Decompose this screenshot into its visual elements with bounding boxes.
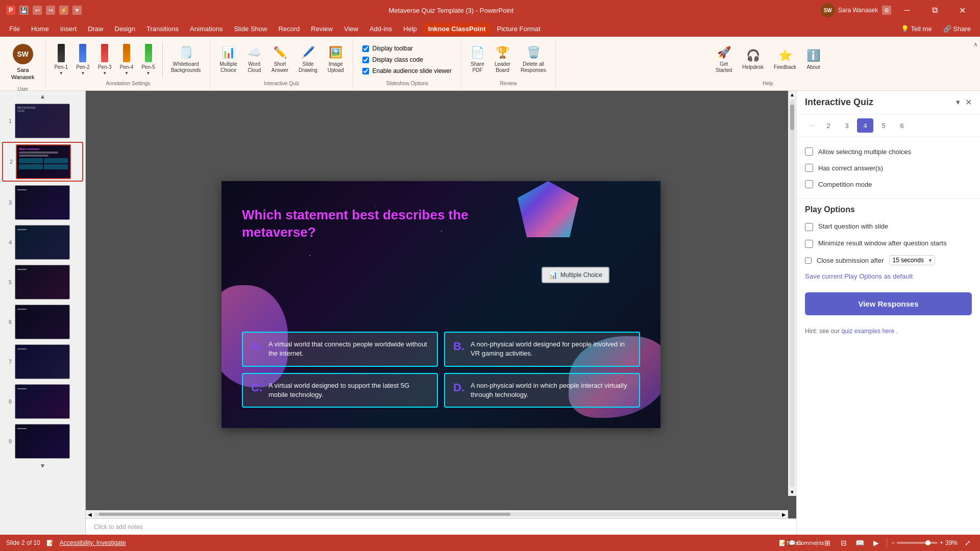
menu-addins[interactable]: Add-ins	[364, 23, 397, 35]
zoom-out-button[interactable]: −	[891, 539, 895, 546]
scroll-up-arrow[interactable]: ▲	[790, 92, 795, 97]
multiple-choice-button[interactable]: 📊 MultipleChoice	[215, 42, 241, 78]
get-started-button[interactable]: 🚀 GetStarted	[712, 42, 736, 78]
share-button[interactable]: 🔗 Share	[938, 23, 976, 35]
ribbon-collapse-button[interactable]: ∧	[973, 41, 978, 48]
tab-2[interactable]: 2	[820, 118, 837, 133]
panel-dropdown-button[interactable]: ▼	[954, 98, 961, 106]
close-button[interactable]: ✕	[950, 0, 974, 20]
reading-view-button[interactable]: 📖	[854, 537, 866, 549]
share-pdf-button[interactable]: 📄 SharePDF	[467, 42, 488, 78]
about-button[interactable]: ℹ️ About	[802, 42, 824, 78]
restore-button[interactable]: ⧉	[923, 0, 946, 20]
allow-multiple-option[interactable]: Allow selecting multiple choices	[805, 143, 972, 160]
vertical-scrollbar[interactable]: ▲ ▼	[788, 91, 796, 496]
quiz-examples-link[interactable]: quiz examples here	[841, 328, 894, 335]
word-cloud-button[interactable]: ☁️ WordCloud	[243, 42, 265, 78]
image-upload-button[interactable]: 🖼️ ImageUpload	[324, 42, 348, 78]
display-toolbar-option[interactable]: Display toolbar	[358, 43, 455, 54]
feedback-button[interactable]: ⭐ Feedback	[770, 42, 800, 78]
save-options-link[interactable]: Save current Play Options as default	[805, 272, 913, 280]
fit-slide-button[interactable]: ⤢	[962, 537, 974, 549]
pen-1-button[interactable]: Pen-1 ▼	[51, 42, 71, 78]
menu-insert[interactable]: Insert	[55, 23, 82, 35]
seconds-select[interactable]: 15 seconds 30 seconds 60 seconds	[889, 255, 935, 265]
tab-5[interactable]: 5	[875, 118, 892, 133]
pen-4-button[interactable]: Pen-4 ▼	[117, 42, 137, 78]
seconds-select-wrapper[interactable]: 15 seconds 30 seconds 60 seconds ▼	[889, 255, 935, 265]
scroll-left-arrow[interactable]: ◀	[86, 512, 94, 517]
tab-4[interactable]: 4	[857, 118, 873, 133]
slide-thumb-1[interactable]: 1 METAVERSEQUIZ	[2, 102, 83, 140]
save-icon[interactable]: 💾	[19, 6, 29, 15]
short-answer-button[interactable]: ✏️ ShortAnswer	[267, 42, 292, 78]
menu-home[interactable]: Home	[26, 23, 54, 35]
slide-thumb-9[interactable]: 9 ▬▬▬	[2, 422, 83, 460]
slide-drawing-button[interactable]: 🖊️ SlideDrawing	[295, 42, 322, 78]
close-submission-checkbox[interactable]	[805, 257, 812, 264]
panel-close-button[interactable]: ✕	[965, 97, 972, 107]
menu-pictureformat[interactable]: Picture Format	[492, 23, 545, 35]
slide-thumb-3[interactable]: 3 ▬▬▬	[2, 184, 83, 221]
menu-animations[interactable]: Animations	[185, 23, 228, 35]
scroll-right-arrow[interactable]: ▶	[780, 512, 788, 517]
leader-board-button[interactable]: 🏆 LeaderBoard	[491, 42, 514, 78]
slide-thumb-4[interactable]: 4 ▬▬▬	[2, 223, 83, 261]
slide-sorter-button[interactable]: ⊟	[838, 537, 850, 549]
view-responses-button[interactable]: View Responses	[805, 292, 972, 315]
start-with-slide-option[interactable]: Start question with slide	[797, 218, 980, 235]
minimize-result-option[interactable]: Minimize result window after question st…	[797, 235, 980, 252]
display-class-code-checkbox[interactable]	[362, 57, 369, 63]
enable-audience-option[interactable]: Enable audience slide viewer	[358, 66, 455, 76]
slide-thumb-2[interactable]: 2 Which statement	[2, 142, 83, 182]
whiteboard-backgrounds-button[interactable]: 🗒️ WhiteboardBackgrounds	[167, 42, 205, 78]
competition-mode-checkbox[interactable]	[805, 180, 813, 188]
slide-thumb-5[interactable]: 5 ▬▬▬	[2, 263, 83, 301]
menu-review[interactable]: Review	[306, 23, 338, 35]
menu-view[interactable]: View	[339, 23, 363, 35]
helpdesk-button[interactable]: 🎧 Helpdesk	[738, 42, 768, 78]
more-icon[interactable]: ▼	[72, 6, 82, 15]
display-toolbar-checkbox[interactable]	[362, 45, 369, 52]
tell-me-button[interactable]: 💡 Tell me	[896, 23, 937, 35]
competition-mode-option[interactable]: Competition mode	[805, 176, 972, 192]
scrollbar-thumb[interactable]	[790, 105, 794, 130]
slide-thumb-6[interactable]: 6 ▬▬▬	[2, 303, 83, 341]
minimize-result-checkbox[interactable]	[805, 240, 813, 248]
undo-icon[interactable]: ↩	[33, 6, 42, 15]
notes-placeholder[interactable]: Click to add notes	[94, 523, 142, 531]
pen-5-button[interactable]: Pen-5 ▼	[138, 42, 158, 78]
comments-status-button[interactable]: 💬 Comments	[800, 537, 813, 549]
display-class-code-option[interactable]: Display class code	[358, 55, 455, 65]
scroll-down-arrow[interactable]: ▼	[790, 489, 795, 495]
autosave-icon[interactable]: ⚡	[59, 6, 68, 15]
start-with-slide-checkbox[interactable]	[805, 223, 813, 231]
pen-2-button[interactable]: Pen-2 ▼	[73, 42, 93, 78]
menu-help[interactable]: Help	[398, 23, 422, 35]
accessibility-label[interactable]: Accessibility: Investigate	[60, 539, 126, 546]
normal-view-button[interactable]: ⊞	[821, 537, 834, 549]
has-correct-checkbox[interactable]	[805, 164, 813, 172]
menu-classpoint[interactable]: Inknoe ClassPoint	[423, 23, 491, 35]
menu-draw[interactable]: Draw	[83, 23, 108, 35]
menu-slideshow[interactable]: Slide Show	[229, 23, 272, 35]
slide-scroll-down[interactable]: ▼	[2, 462, 83, 469]
slide-scroll-up[interactable]: ▲	[2, 93, 83, 100]
enable-audience-checkbox[interactable]	[362, 68, 369, 74]
slide-thumb-8[interactable]: 8 ▬▬▬	[2, 383, 83, 420]
minimize-button[interactable]: ─	[895, 0, 919, 20]
pen-3-button[interactable]: Pen-3 ▼	[95, 42, 115, 78]
zoom-slider[interactable]	[897, 542, 938, 544]
redo-icon[interactable]: ↪	[46, 6, 55, 15]
menu-transitions[interactable]: Transitions	[141, 23, 184, 35]
slideshow-button[interactable]: ▶	[870, 537, 883, 549]
menu-file[interactable]: File	[4, 23, 25, 35]
allow-multiple-checkbox[interactable]	[805, 147, 813, 156]
h-scrollbar-thumb[interactable]	[99, 513, 510, 516]
settings-icon[interactable]: ⚙	[882, 6, 891, 15]
slide-thumb-7[interactable]: 7 ▬▬▬	[2, 343, 83, 381]
has-correct-option[interactable]: Has correct answer(s)	[805, 160, 972, 176]
menu-design[interactable]: Design	[110, 23, 140, 35]
zoom-in-button[interactable]: +	[940, 539, 943, 546]
menu-record[interactable]: Record	[273, 23, 305, 35]
